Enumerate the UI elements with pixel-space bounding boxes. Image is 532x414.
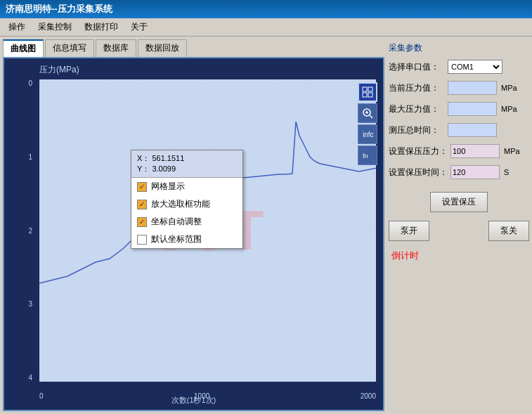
- x-tick-0: 0: [39, 392, 44, 400]
- chart-container[interactable]: 压力(MPa) 4 3 2 1 0: [3, 57, 384, 411]
- menu-item-about[interactable]: 关于: [125, 20, 153, 34]
- icon-zoom-btn[interactable]: [358, 103, 377, 123]
- tab-database[interactable]: 数据库: [96, 39, 136, 57]
- tab-bar: 曲线图 信息填写 数据库 数据回放: [3, 39, 384, 57]
- param-row-holdtime: 设置保压时间： S: [389, 165, 529, 179]
- icon-extra-btn[interactable]: fn: [358, 145, 377, 165]
- context-x-value: 561.1511: [152, 154, 184, 162]
- param-row-holdpressure: 设置保压压力： MPa: [389, 144, 529, 158]
- context-item-label-3: 默认坐标范围: [151, 233, 202, 245]
- param-input-holdpressure[interactable]: [450, 144, 500, 158]
- param-row-current: 当前压力值： MPa: [389, 81, 529, 95]
- param-label-current: 当前压力值：: [389, 82, 445, 94]
- context-menu-item-default[interactable]: 默认坐标范围: [131, 231, 242, 248]
- svg-rect-1: [363, 87, 367, 91]
- svg-line-6: [370, 115, 372, 118]
- param-unit-current: MPa: [501, 84, 517, 92]
- default-checkbox[interactable]: [137, 235, 147, 245]
- context-x-label: X：: [137, 154, 150, 162]
- param-input-current[interactable]: [448, 81, 497, 95]
- context-menu-item-grid[interactable]: ✓ 网格显示: [131, 178, 242, 195]
- countdown-text: 倒计时: [389, 250, 529, 262]
- tab-info[interactable]: 信息填写: [45, 39, 94, 57]
- left-panel: 曲线图 信息填写 数据库 数据回放 压力(MPa) 4 3 2 1 0: [3, 39, 384, 411]
- tab-curve[interactable]: 曲线图: [3, 39, 44, 57]
- chart-area[interactable]: SUT X： 561.1511 Y： 3.0099 ✓: [39, 79, 376, 382]
- menu-item-collect[interactable]: 采集控制: [32, 20, 77, 34]
- param-input-totaltime[interactable]: [448, 123, 497, 137]
- param-label-max: 最大压力值：: [389, 103, 445, 115]
- pump-off-button[interactable]: 泵关: [488, 221, 529, 241]
- side-icons: info fn: [358, 82, 377, 165]
- title-text: 济南思明特--压力采集系统: [6, 4, 112, 14]
- param-row-com: 选择串口值： COM1 COM2 COM3: [389, 60, 529, 74]
- com-select[interactable]: COM1 COM2 COM3: [448, 60, 502, 74]
- param-label-com: 选择串口值：: [389, 61, 445, 73]
- param-label-holdpressure: 设置保压压力：: [389, 145, 448, 157]
- btn-row-sethold: 设置保压: [389, 192, 529, 212]
- param-row-max: 最大压力值： MPa: [389, 102, 529, 116]
- context-menu-header: X： 561.1511 Y： 3.0099: [131, 150, 242, 178]
- param-input-max[interactable]: [448, 102, 497, 116]
- menu-item-operate[interactable]: 操作: [3, 20, 31, 34]
- context-item-label-0: 网格显示: [151, 181, 185, 193]
- param-unit-holdtime: S: [504, 168, 509, 176]
- btn-row-pump: 泵开 泵关: [389, 221, 529, 241]
- right-panel: 采集参数 选择串口值： COM1 COM2 COM3 当前压力值： MPa 最大…: [389, 39, 529, 411]
- menu-item-print[interactable]: 数据打印: [79, 20, 124, 34]
- y-tick-0: 0: [28, 79, 35, 87]
- grid-checkbox[interactable]: ✓: [137, 182, 147, 192]
- icon-settings-btn[interactable]: info: [358, 124, 377, 144]
- param-input-holdtime[interactable]: [450, 165, 500, 179]
- x-tick-1: 1000: [194, 392, 209, 400]
- context-item-label-2: 坐标自动调整: [151, 216, 202, 228]
- context-y-label: Y：: [137, 164, 150, 173]
- chart-x-ticks: 0 1000 2000: [39, 392, 376, 400]
- main-content: 曲线图 信息填写 数据库 数据回放 压力(MPa) 4 3 2 1 0: [0, 37, 532, 414]
- pump-on-button[interactable]: 泵开: [389, 221, 429, 241]
- chart-y-title: 压力(MPa): [39, 64, 79, 76]
- icon-grid-btn[interactable]: [358, 82, 377, 102]
- x-tick-2: 2000: [361, 392, 376, 400]
- svg-rect-3: [363, 93, 367, 97]
- context-menu[interactable]: X： 561.1511 Y： 3.0099 ✓ 网格显示 ✓: [131, 150, 243, 249]
- svg-text:info: info: [363, 131, 373, 138]
- context-menu-item-zoom[interactable]: ✓ 放大选取框功能: [131, 195, 242, 213]
- auto-checkbox[interactable]: ✓: [137, 217, 147, 227]
- chart-y-ticks: 4 3 2 1 0: [7, 79, 35, 382]
- y-tick-1: 1: [28, 153, 35, 161]
- title-bar: 济南思明特--压力采集系统: [0, 0, 532, 18]
- y-tick-3: 3: [28, 300, 35, 308]
- section-title: 采集参数: [389, 42, 529, 54]
- param-row-totaltime: 测压总时间：: [389, 123, 529, 137]
- context-menu-item-auto[interactable]: ✓ 坐标自动调整: [131, 213, 242, 231]
- y-tick-4: 4: [28, 374, 35, 382]
- svg-rect-4: [368, 93, 372, 97]
- svg-rect-2: [368, 87, 372, 91]
- context-y-value: 3.0099: [152, 164, 176, 173]
- param-unit-max: MPa: [501, 105, 517, 113]
- set-hold-button[interactable]: 设置保压: [430, 192, 488, 212]
- zoom-checkbox[interactable]: ✓: [137, 200, 147, 209]
- tab-playback[interactable]: 数据回放: [138, 39, 187, 57]
- param-label-holdtime: 设置保压时间：: [389, 167, 448, 179]
- context-item-label-1: 放大选取框功能: [151, 198, 210, 210]
- y-tick-2: 2: [28, 227, 35, 235]
- param-label-totaltime: 测压总时间：: [389, 124, 445, 136]
- svg-text:fn: fn: [363, 153, 368, 160]
- param-unit-holdpressure: MPa: [504, 147, 520, 155]
- menu-bar: 操作 采集控制 数据打印 关于: [0, 18, 532, 37]
